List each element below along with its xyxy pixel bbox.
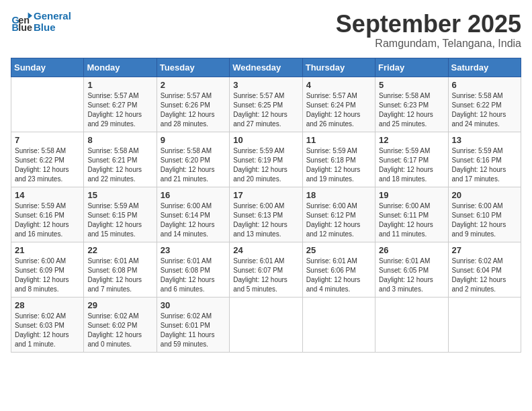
day-number: 3 [233,80,298,90]
day-info: Sunrise: 5:59 AM Sunset: 6:16 PM Dayligh… [452,146,517,184]
calendar-cell: 10Sunrise: 5:59 AM Sunset: 6:19 PM Dayli… [230,132,302,187]
day-number: 14 [15,190,80,200]
day-number: 2 [161,80,226,90]
day-info: Sunrise: 6:00 AM Sunset: 6:12 PM Dayligh… [306,201,371,239]
calendar-cell: 18Sunrise: 6:00 AM Sunset: 6:12 PM Dayli… [302,187,375,242]
day-info: Sunrise: 5:57 AM Sunset: 6:27 PM Dayligh… [87,91,152,129]
day-number: 16 [161,190,226,200]
day-info: Sunrise: 5:58 AM Sunset: 6:20 PM Dayligh… [161,146,226,184]
day-number: 30 [161,300,226,310]
day-number: 28 [15,300,80,310]
calendar-cell: 9Sunrise: 5:58 AM Sunset: 6:20 PM Daylig… [157,132,229,187]
location-subtitle: Ramgundam, Telangana, India [336,38,521,50]
calendar-cell: 2Sunrise: 5:57 AM Sunset: 6:26 PM Daylig… [157,77,229,132]
day-info: Sunrise: 6:01 AM Sunset: 6:08 PM Dayligh… [161,257,226,294]
calendar-cell: 14Sunrise: 5:59 AM Sunset: 6:16 PM Dayli… [11,187,84,242]
day-number: 17 [233,190,298,200]
calendar-cell: 5Sunrise: 5:58 AM Sunset: 6:23 PM Daylig… [375,77,448,132]
calendar-cell: 20Sunrise: 6:00 AM Sunset: 6:10 PM Dayli… [448,187,521,242]
day-info: Sunrise: 5:57 AM Sunset: 6:26 PM Dayligh… [161,91,226,129]
day-number: 18 [306,190,371,200]
weekday-header-sunday: Sunday [11,58,84,77]
calendar-cell: 28Sunrise: 6:02 AM Sunset: 6:03 PM Dayli… [11,297,84,352]
day-info: Sunrise: 5:58 AM Sunset: 6:23 PM Dayligh… [379,91,444,129]
day-number: 27 [452,245,517,255]
calendar-cell [11,77,84,132]
day-info: Sunrise: 6:00 AM Sunset: 6:11 PM Dayligh… [379,201,444,239]
calendar-cell [448,297,521,352]
calendar-cell: 21Sunrise: 6:00 AM Sunset: 6:09 PM Dayli… [11,242,84,297]
calendar-week-1: 1Sunrise: 5:57 AM Sunset: 6:27 PM Daylig… [11,77,521,132]
day-number: 22 [87,245,152,255]
day-info: Sunrise: 5:59 AM Sunset: 6:19 PM Dayligh… [233,146,298,184]
day-number: 5 [379,80,444,90]
calendar-cell: 19Sunrise: 6:00 AM Sunset: 6:11 PM Dayli… [375,187,448,242]
calendar-cell: 25Sunrise: 6:01 AM Sunset: 6:06 PM Dayli… [302,242,375,297]
day-number: 20 [452,190,517,200]
calendar-cell [230,297,302,352]
day-info: Sunrise: 6:01 AM Sunset: 6:07 PM Dayligh… [233,257,298,294]
day-info: Sunrise: 6:01 AM Sunset: 6:06 PM Dayligh… [306,257,371,294]
calendar-header: SundayMondayTuesdayWednesdayThursdayFrid… [11,58,521,77]
calendar-cell: 8Sunrise: 5:58 AM Sunset: 6:21 PM Daylig… [84,132,157,187]
day-info: Sunrise: 5:59 AM Sunset: 6:15 PM Dayligh… [87,201,152,239]
calendar-week-3: 14Sunrise: 5:59 AM Sunset: 6:16 PM Dayli… [11,187,521,242]
title-block: September 2025 Ramgundam, Telangana, Ind… [336,11,521,50]
weekday-header-tuesday: Tuesday [157,58,229,77]
svg-marker-4 [28,12,32,19]
calendar-cell: 15Sunrise: 5:59 AM Sunset: 6:15 PM Dayli… [84,187,157,242]
calendar-cell: 16Sunrise: 6:00 AM Sunset: 6:14 PM Dayli… [157,187,229,242]
calendar-cell: 23Sunrise: 6:01 AM Sunset: 6:08 PM Dayli… [157,242,229,297]
weekday-header-saturday: Saturday [448,58,521,77]
day-number: 21 [15,245,80,255]
day-number: 15 [87,190,152,200]
day-number: 4 [306,80,371,90]
day-number: 11 [306,135,371,145]
day-info: Sunrise: 5:58 AM Sunset: 6:22 PM Dayligh… [452,91,517,129]
day-number: 7 [15,135,80,145]
day-info: Sunrise: 5:58 AM Sunset: 6:21 PM Dayligh… [87,146,152,184]
day-info: Sunrise: 6:00 AM Sunset: 6:13 PM Dayligh… [233,201,298,239]
day-number: 12 [379,135,444,145]
day-number: 10 [233,135,298,145]
weekday-header-wednesday: Wednesday [230,58,302,77]
calendar-cell: 24Sunrise: 6:01 AM Sunset: 6:07 PM Dayli… [230,242,302,297]
day-info: Sunrise: 6:01 AM Sunset: 6:05 PM Dayligh… [379,257,444,294]
logo-icon: G en B lue [11,11,32,33]
day-number: 25 [306,245,371,255]
day-info: Sunrise: 5:59 AM Sunset: 6:18 PM Dayligh… [306,146,371,184]
day-number: 1 [87,80,152,90]
calendar-cell [302,297,375,352]
page-header: G en B lue General Blue September 2025 R… [11,11,521,50]
day-info: Sunrise: 5:59 AM Sunset: 6:16 PM Dayligh… [15,201,80,239]
calendar-cell: 26Sunrise: 6:01 AM Sunset: 6:05 PM Dayli… [375,242,448,297]
day-info: Sunrise: 5:59 AM Sunset: 6:17 PM Dayligh… [379,146,444,184]
calendar-cell: 4Sunrise: 5:57 AM Sunset: 6:24 PM Daylig… [302,77,375,132]
calendar-cell: 17Sunrise: 6:00 AM Sunset: 6:13 PM Dayli… [230,187,302,242]
month-title: September 2025 [336,11,521,38]
day-info: Sunrise: 6:02 AM Sunset: 6:02 PM Dayligh… [87,312,152,349]
day-number: 24 [233,245,298,255]
day-info: Sunrise: 5:57 AM Sunset: 6:24 PM Dayligh… [306,91,371,129]
day-number: 6 [452,80,517,90]
svg-text:lue: lue [18,21,32,32]
calendar-cell [375,297,448,352]
calendar-cell: 1Sunrise: 5:57 AM Sunset: 6:27 PM Daylig… [84,77,157,132]
day-number: 19 [379,190,444,200]
day-info: Sunrise: 6:00 AM Sunset: 6:10 PM Dayligh… [452,201,517,239]
day-info: Sunrise: 6:02 AM Sunset: 6:01 PM Dayligh… [161,312,226,349]
calendar-cell: 3Sunrise: 5:57 AM Sunset: 6:25 PM Daylig… [230,77,302,132]
day-info: Sunrise: 5:58 AM Sunset: 6:22 PM Dayligh… [15,146,80,184]
day-info: Sunrise: 6:00 AM Sunset: 6:09 PM Dayligh… [15,257,80,294]
calendar-week-4: 21Sunrise: 6:00 AM Sunset: 6:09 PM Dayli… [11,242,521,297]
day-info: Sunrise: 6:00 AM Sunset: 6:14 PM Dayligh… [161,201,226,239]
day-number: 29 [87,300,152,310]
calendar-cell: 27Sunrise: 6:02 AM Sunset: 6:04 PM Dayli… [448,242,521,297]
calendar-cell: 12Sunrise: 5:59 AM Sunset: 6:17 PM Dayli… [375,132,448,187]
day-number: 26 [379,245,444,255]
day-number: 23 [161,245,226,255]
weekday-header-thursday: Thursday [302,58,375,77]
calendar-week-2: 7Sunrise: 5:58 AM Sunset: 6:22 PM Daylig… [11,132,521,187]
calendar-cell: 30Sunrise: 6:02 AM Sunset: 6:01 PM Dayli… [157,297,229,352]
calendar-cell: 22Sunrise: 6:01 AM Sunset: 6:08 PM Dayli… [84,242,157,297]
